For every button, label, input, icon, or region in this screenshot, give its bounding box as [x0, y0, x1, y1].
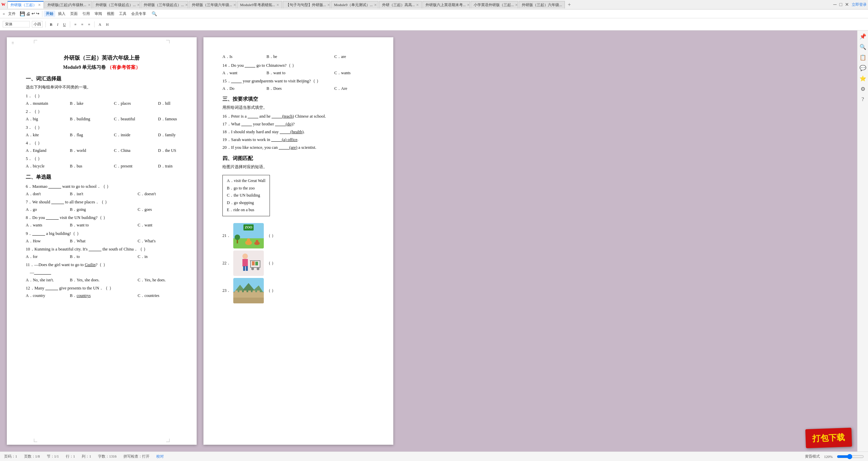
menu-gongju[interactable]: 工具 — [117, 11, 129, 17]
tab-close-3[interactable]: ✕ — [137, 3, 140, 7]
sidebar-icon-6[interactable]: ⚙ — [861, 86, 865, 92]
tab-2[interactable]: 外研版(三起)六年级秋... ✕ — [44, 1, 92, 8]
tab-9[interactable]: 外研（三起）高高... ✕ — [379, 1, 422, 8]
jiaodul-btn[interactable]: 校对 — [156, 454, 164, 459]
menu-shitu[interactable]: 视图 — [105, 11, 116, 17]
tab-close-9[interactable]: ✕ — [416, 3, 419, 7]
fill-q20: 20．If you like science, you can _____(ar… — [222, 144, 374, 151]
section3-desc: 用所给词适当形式填空。 — [222, 104, 374, 111]
svg-rect-9 — [243, 266, 245, 271]
tab-3[interactable]: 外研版（三年级起点）... ✕ — [93, 1, 140, 8]
section2-title: 二、单选题 — [26, 173, 178, 181]
svg-point-13 — [251, 267, 254, 270]
zoom-slider[interactable] — [837, 454, 864, 459]
download-banner[interactable]: 打包下载 — [805, 428, 852, 448]
sidebar-icon-2[interactable]: 🔍 — [860, 44, 866, 50]
menu-shenyue[interactable]: 审阅 — [93, 11, 104, 17]
section3-title: 三、按要求填空 — [222, 95, 374, 103]
tab-8[interactable]: Module9（单元测试）... ✕ — [331, 1, 378, 8]
zoom-level[interactable]: 120% — [824, 455, 833, 459]
zoo-image: ZOO — [233, 223, 264, 248]
print-icon[interactable]: 🖨 — [26, 11, 31, 17]
img-item-21: 21． ZOO （ ） — [222, 223, 374, 248]
menu-charu[interactable]: 插入 — [56, 11, 67, 17]
tab-10[interactable]: 外研版六上英语期末考... ✕ — [422, 1, 470, 8]
svg-rect-21 — [235, 290, 238, 293]
subtitle-text: Module9 单元练习卷 — [63, 65, 106, 70]
page-indicator: 页码：1 — [4, 454, 17, 459]
minimize-button[interactable]: ─ — [833, 2, 837, 7]
highlight-button[interactable]: H — [105, 22, 110, 27]
sidebar-icon-7[interactable]: ? — [862, 96, 864, 102]
display-mode[interactable]: 黄昏模式 — [805, 454, 820, 459]
sep-1 — [42, 11, 42, 17]
tab-close-4[interactable]: ✕ — [185, 3, 188, 7]
align-center-button[interactable]: ≡ — [80, 22, 84, 27]
underline-button[interactable]: U — [62, 22, 67, 27]
tab-close-8[interactable]: ✕ — [374, 3, 377, 7]
fill-q19: 19．Sarah wants to work in _____(a) offic… — [222, 136, 374, 143]
section1-desc: 选出下列每组单词中不同类的一项。 — [26, 84, 178, 91]
fill-q17: 17．What _____ your brother _____(do)? — [222, 121, 374, 127]
toolbar-icons: 💾 🖨 ↩ ↪ — [20, 11, 39, 17]
font-name[interactable]: 宋体 — [3, 21, 30, 27]
section-indicator: 节：1/1 — [47, 454, 59, 459]
sidebar-icon-3[interactable]: 📋 — [860, 54, 866, 61]
svg-rect-22 — [239, 290, 242, 293]
tab-close-7[interactable]: ✕ — [327, 3, 330, 7]
tab-close-1[interactable]: ✕ — [38, 3, 41, 7]
tab-close-5[interactable]: ✕ — [233, 3, 236, 7]
italic-button[interactable]: I — [56, 22, 60, 27]
svg-rect-24 — [248, 290, 251, 293]
redo-icon[interactable]: ↪ — [36, 11, 39, 16]
svg-point-2 — [235, 235, 240, 240]
search-icon[interactable]: 🔍 — [152, 11, 157, 17]
vocab-q2: 2．（ ） A．big B．building C．beautiful D．fam… — [26, 108, 178, 122]
svg-rect-27 — [233, 298, 264, 303]
sidebar-icon-1[interactable]: 📌 — [860, 33, 866, 40]
single-q8: 8．Do you ______ visit the UN building?（ … — [26, 214, 178, 228]
font-color-button[interactable]: A — [97, 22, 103, 27]
q13-options: A．Is B．be C．are — [222, 54, 374, 60]
login-button[interactable]: 立即登录 — [852, 2, 867, 7]
font-size[interactable]: 小四 — [32, 21, 43, 27]
right-sidebar: 📌 🔍 📋 💬 ⭐ ⚙ ? — [857, 31, 868, 452]
tab-7[interactable]: 【句子与句型】外研版... ✕ — [283, 1, 330, 8]
status-bar: 页码：1 页数：1/8 节：1/1 行：1 列：1 字数：1316 拼写检查：打… — [0, 452, 868, 461]
menu-yemian[interactable]: 页面 — [68, 11, 80, 17]
menu-huiyuan[interactable]: 会员专享 — [129, 11, 148, 17]
maximize-button[interactable]: □ — [840, 2, 842, 7]
menu-yinyong[interactable]: 引用 — [80, 11, 92, 17]
tab-1[interactable]: 外研版（三起） ✕ — [7, 1, 44, 8]
row-indicator: 行：1 — [66, 454, 75, 459]
svg-rect-15 — [252, 261, 255, 265]
bold-button[interactable]: B — [48, 22, 54, 27]
sidebar-icon-5[interactable]: ⭐ — [860, 75, 866, 82]
wall-scene — [233, 278, 264, 303]
save-icon[interactable]: 💾 — [20, 11, 25, 17]
tab-5[interactable]: 外研版（三年级六年级... ✕ — [189, 1, 236, 8]
vocab-q1: 1．（ ） A．mountain B．lake C．places D．hill — [26, 93, 178, 107]
tab-close-6[interactable]: ✕ — [276, 3, 279, 7]
menu-file[interactable]: ≡ 文件 — [3, 11, 18, 17]
new-tab-button[interactable]: + — [566, 2, 573, 8]
align-left-button[interactable]: ≡ — [73, 22, 78, 27]
tab-close-11[interactable]: ✕ — [515, 3, 518, 7]
tab-12[interactable]: 外研版（三起）六年级... — [519, 1, 565, 8]
align-right-button[interactable]: ≡ — [86, 22, 91, 27]
undo-icon[interactable]: ↩ — [32, 11, 35, 16]
close-button[interactable]: ✕ — [845, 2, 849, 7]
menu-kaishi[interactable]: 开始 — [44, 11, 55, 17]
tab-close-10[interactable]: ✕ — [467, 3, 470, 7]
tab-4[interactable]: 外研版（三年级起点）... ✕ — [141, 1, 188, 8]
sidebar-icon-4[interactable]: 💬 — [860, 65, 866, 71]
single-q11: 11．—Does the girl want to go to Guilin?（… — [26, 261, 178, 283]
file-label[interactable]: 文件 — [6, 11, 18, 17]
tab-close-2[interactable]: ✕ — [88, 3, 91, 7]
tab-11[interactable]: 小学英语外研版（三起... ✕ — [471, 1, 518, 8]
img-num-21: 21． — [222, 233, 231, 239]
page-handle: ⠿ — [12, 41, 14, 46]
fill-q18: 18．I should study hard and stay _____(he… — [222, 128, 374, 135]
shopping-scene — [235, 251, 262, 275]
tab-6[interactable]: Module9常考易错拓... ✕ — [237, 1, 282, 8]
